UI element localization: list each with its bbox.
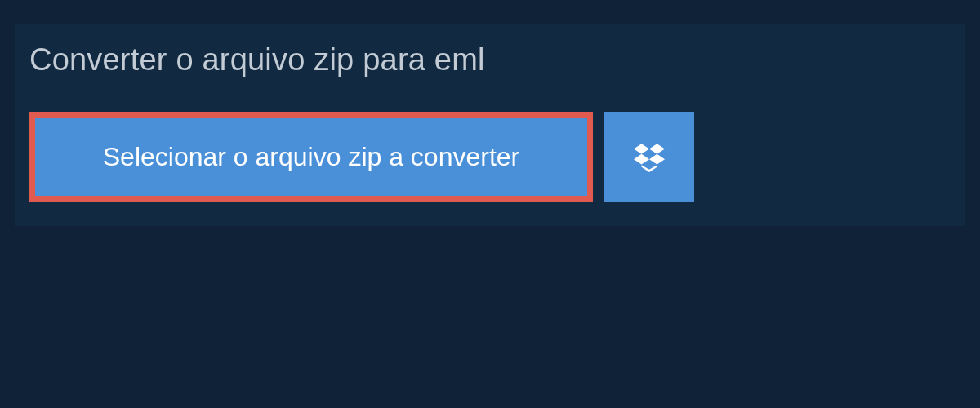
page-title: Converter o arquivo zip para eml <box>15 24 508 92</box>
dropbox-icon <box>634 141 665 172</box>
button-row: Selecionar o arquivo zip a converter <box>15 92 965 226</box>
select-file-button-label: Selecionar o arquivo zip a converter <box>103 142 520 172</box>
converter-panel: Converter o arquivo zip para eml Selecio… <box>15 24 965 226</box>
heading-wrapper: Converter o arquivo zip para eml <box>15 24 508 92</box>
dropbox-button[interactable] <box>604 112 694 202</box>
select-file-button[interactable]: Selecionar o arquivo zip a converter <box>29 112 593 202</box>
